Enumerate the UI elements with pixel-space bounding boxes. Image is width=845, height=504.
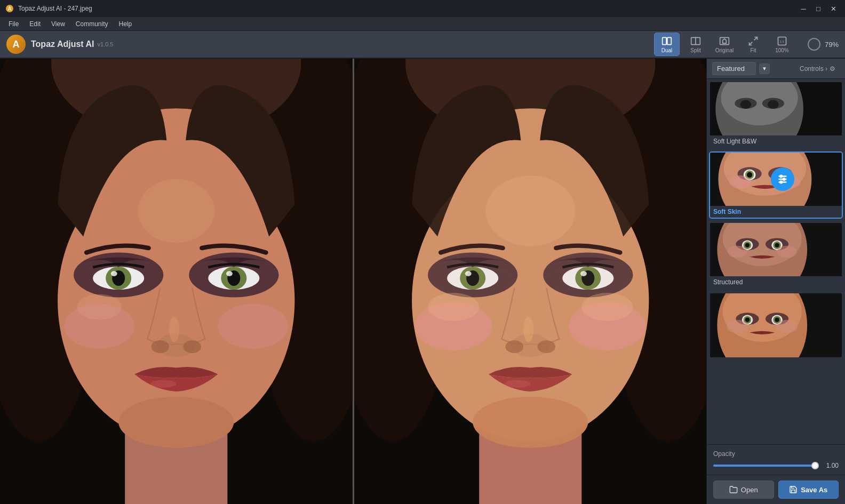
- split-view-button[interactable]: Split: [683, 33, 708, 56]
- title-bar: A Topaz Adjust AI - 247.jpeg ─ □ ✕: [0, 0, 845, 17]
- menu-edit[interactable]: Edit: [24, 19, 46, 29]
- svg-line-8: [749, 42, 752, 45]
- save-as-button[interactable]: Save As: [778, 481, 839, 499]
- zoom-percent: 79%: [825, 41, 839, 49]
- svg-point-32: [151, 340, 169, 353]
- opacity-value: 1.00: [819, 462, 839, 469]
- window-title: Topaz Adjust AI - 247.jpeg: [18, 5, 793, 12]
- preset-item-structured[interactable]: Structured: [709, 222, 843, 289]
- app-icon: A: [5, 4, 14, 13]
- controls-button[interactable]: Controls › ⚙: [795, 63, 840, 75]
- view-toolbar: Dual Split Original Fit: [654, 33, 795, 56]
- preset-label-soft-light-bw: Soft Light B&W: [710, 135, 842, 147]
- dual-view-button[interactable]: Dual: [654, 33, 680, 56]
- svg-point-94: [783, 178, 785, 180]
- opacity-label: Opacity: [713, 450, 839, 458]
- canvas-area: [0, 59, 706, 504]
- svg-point-33: [183, 340, 201, 353]
- original-label: Original: [715, 47, 734, 53]
- svg-rect-2: [663, 37, 667, 44]
- open-button[interactable]: Open: [713, 481, 774, 499]
- preset-item-soft-light-bw[interactable]: Soft Light B&W: [709, 81, 843, 148]
- svg-rect-3: [667, 37, 672, 44]
- preset-item-warm-portrait[interactable]: [709, 292, 843, 358]
- preset-thumb-soft-skin: [710, 153, 842, 206]
- right-image-panel[interactable]: [354, 59, 707, 504]
- opacity-row: 1.00: [713, 462, 839, 469]
- svg-text:1:1: 1:1: [780, 40, 784, 43]
- left-image-panel[interactable]: [0, 59, 353, 504]
- left-portrait: [0, 59, 353, 504]
- svg-point-107: [728, 246, 747, 258]
- svg-point-120: [727, 320, 748, 333]
- menu-bar: File Edit View Community Help: [0, 17, 845, 31]
- preset-thumb-structured: [710, 223, 842, 276]
- split-label: Split: [690, 47, 700, 53]
- svg-line-7: [754, 37, 758, 40]
- zoom-display: 79%: [808, 38, 839, 51]
- zoom-spinner: [808, 38, 820, 51]
- opacity-slider[interactable]: [713, 465, 815, 467]
- fit-icon: [748, 36, 759, 46]
- svg-point-38: [77, 294, 122, 320]
- save-icon: [789, 485, 798, 494]
- fit-label: Fit: [750, 47, 756, 53]
- dual-label: Dual: [661, 47, 673, 53]
- zoom-100-button[interactable]: 1:1 100%: [769, 33, 795, 56]
- split-icon: [690, 36, 701, 46]
- fit-view-button[interactable]: Fit: [740, 33, 766, 56]
- opacity-section: Opacity 1.00: [707, 444, 845, 475]
- maximize-button[interactable]: □: [812, 4, 825, 13]
- opacity-thumb[interactable]: [811, 462, 819, 469]
- svg-rect-76: [710, 82, 842, 135]
- preset-dropdown[interactable]: Featured Portrait Landscape B&W HDR: [712, 62, 756, 75]
- svg-point-30: [226, 271, 233, 276]
- svg-point-108: [777, 246, 797, 258]
- preset-header: Featured Portrait Landscape B&W HDR ▼ Co…: [707, 59, 845, 79]
- svg-point-34: [150, 380, 176, 387]
- window-controls: ─ □ ✕: [797, 4, 840, 13]
- svg-point-119: [775, 318, 779, 322]
- svg-point-68: [412, 159, 649, 441]
- opacity-fill: [713, 465, 815, 467]
- app-header: A Topaz Adjust AI v1.0.5 Dual Split: [0, 31, 845, 59]
- menu-file[interactable]: File: [3, 19, 24, 29]
- original-view-button[interactable]: Original: [712, 33, 737, 56]
- svg-point-37: [138, 179, 214, 243]
- svg-point-35: [118, 397, 234, 448]
- open-label: Open: [741, 486, 758, 494]
- svg-point-86: [747, 172, 752, 178]
- svg-text:A: A: [7, 6, 11, 12]
- preset-item-soft-skin[interactable]: Soft Skin: [709, 151, 843, 219]
- zoom-100-label: 100%: [775, 47, 789, 53]
- zoom-100-icon: 1:1: [777, 36, 787, 46]
- close-button[interactable]: ✕: [827, 4, 840, 13]
- right-portrait: [354, 59, 707, 504]
- menu-community[interactable]: Community: [70, 19, 114, 29]
- bottom-buttons: Open Save As: [707, 475, 845, 504]
- minimize-button[interactable]: ─: [797, 4, 810, 13]
- preset-thumb-warm-portrait: [710, 293, 842, 357]
- svg-point-95: [780, 181, 782, 183]
- svg-point-20: [218, 304, 288, 349]
- app-version: v1.0.5: [98, 41, 114, 47]
- preset-thumb-soft-light-bw: [710, 82, 842, 135]
- svg-point-105: [745, 243, 750, 247]
- app-logo: A: [6, 35, 26, 54]
- right-panel: Featured Portrait Landscape B&W HDR ▼ Co…: [706, 59, 845, 504]
- svg-point-118: [745, 318, 750, 322]
- menu-help[interactable]: Help: [114, 19, 138, 29]
- main-layout: Featured Portrait Landscape B&W HDR ▼ Co…: [0, 59, 845, 504]
- svg-point-106: [775, 243, 779, 247]
- presets-list[interactable]: Soft Light B&W: [707, 79, 845, 444]
- preset-dropdown-arrow[interactable]: ▼: [759, 63, 770, 74]
- controls-label: Controls ›: [800, 65, 827, 73]
- folder-icon: [729, 485, 738, 494]
- menu-view[interactable]: View: [46, 19, 70, 29]
- app-name: Topaz Adjust AI: [31, 39, 94, 49]
- svg-point-93: [780, 175, 782, 178]
- dual-icon: [661, 36, 672, 46]
- save-as-label: Save As: [801, 486, 827, 494]
- preset-active-icon: [771, 167, 794, 191]
- svg-point-36: [169, 317, 179, 342]
